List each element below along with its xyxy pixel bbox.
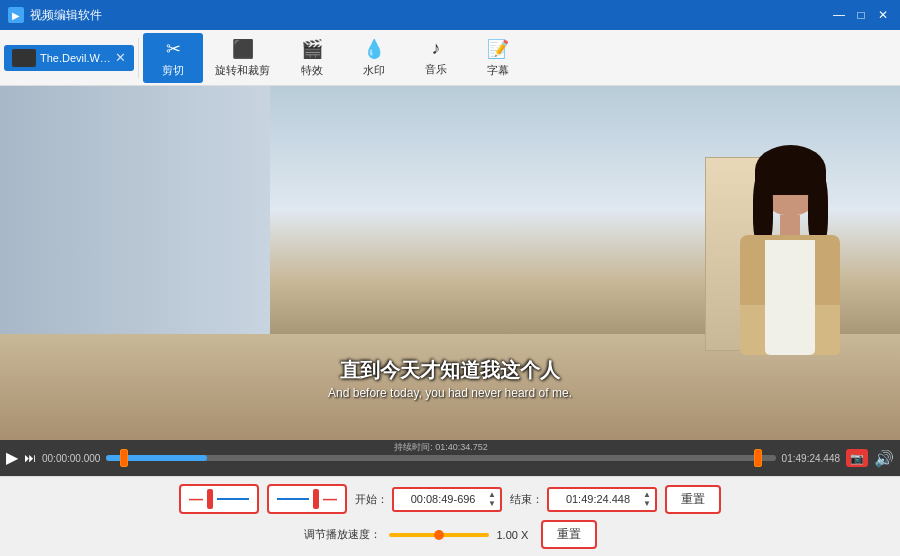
speed-label: 调节播放速度： (304, 527, 381, 542)
start-time-spinners: ▲ ▼ (488, 491, 496, 508)
effects-icon: 🎬 (301, 38, 323, 60)
rotate-icon: ⬛ (232, 38, 254, 60)
trim-end-button[interactable]: — (267, 484, 347, 514)
end-time-label: 结束： (510, 492, 543, 507)
video-player: 直到今天才知道我这个人 And before today, you had ne… (0, 86, 900, 440)
subtitle-icon: 📝 (487, 38, 509, 60)
scissors-icon: ✂ (166, 38, 181, 60)
character-figure (740, 150, 840, 355)
trim-start-handle (207, 489, 213, 509)
trim-end-line (277, 498, 309, 500)
end-time-field: 结束： ▲ ▼ (510, 487, 657, 512)
tab-rotate-label: 旋转和裁剪 (215, 63, 270, 78)
main-area: 直到今天才知道我这个人 And before today, you had ne… (0, 86, 900, 556)
tab-music[interactable]: ♪ 音乐 (406, 33, 466, 83)
trim-start-button[interactable]: — (179, 484, 259, 514)
screenshot-button[interactable]: 📷 (846, 449, 868, 467)
speed-value: 1.00 X (497, 529, 533, 541)
subtitle-overlay: 直到今天才知道我这个人 And before today, you had ne… (0, 357, 900, 400)
subtitle-english: And before today, you had never heard of… (0, 386, 900, 400)
speed-slider-wrap (389, 533, 489, 537)
trim-start-minus: — (189, 491, 203, 507)
speed-slider-track[interactable] (389, 533, 489, 537)
start-time-label: 开始： (355, 492, 388, 507)
controls-row-2: 调节播放速度： 1.00 X 重置 (304, 520, 597, 549)
video-thumbnail (12, 49, 36, 67)
tab-effects[interactable]: 🎬 特效 (282, 33, 342, 83)
start-time-input[interactable] (398, 493, 488, 505)
trim-end-minus: — (323, 491, 337, 507)
character-shirt (765, 240, 815, 355)
maximize-button[interactable]: □ (852, 7, 870, 23)
tab-watermark[interactable]: 💧 水印 (344, 33, 404, 83)
title-bar: ▶ 视频编辑软件 — □ ✕ (0, 0, 900, 30)
close-button[interactable]: ✕ (874, 7, 892, 23)
subtitle-chinese: 直到今天才知道我这个人 (0, 357, 900, 384)
character-head (763, 150, 818, 215)
controls-panel: — — 开始： ▲ ▼ (0, 476, 900, 556)
end-time-down[interactable]: ▼ (643, 500, 651, 508)
start-time-field: 开始： ▲ ▼ (355, 487, 502, 512)
time-end-label: 01:49:24.448 (782, 453, 840, 464)
toolbar: The.Devil.Wears.Prada... ✕ ✂ 剪切 ⬛ 旋转和裁剪 … (0, 30, 900, 86)
tab-music-label: 音乐 (425, 62, 447, 77)
trim-handle-left[interactable] (120, 449, 128, 467)
tab-cut[interactable]: ✂ 剪切 (143, 33, 203, 83)
end-time-up[interactable]: ▲ (643, 491, 651, 499)
title-controls: — □ ✕ (830, 7, 892, 23)
tab-rotate[interactable]: ⬛ 旋转和裁剪 (205, 33, 280, 83)
timeline-bar: ▶ ⏭ 00:00:00.000 持续时间: 01:40:34.752 01:4… (0, 440, 900, 476)
tab-effects-label: 特效 (301, 63, 323, 78)
video-tab-name: The.Devil.Wears.Prada... (40, 52, 111, 64)
scrubber-track[interactable]: 持续时间: 01:40:34.752 (106, 455, 775, 461)
duration-center-label: 持续时间: 01:40:34.752 (394, 441, 488, 454)
speed-slider-thumb[interactable] (434, 530, 444, 540)
trim-start-line (217, 498, 249, 500)
tab-divider-1 (138, 38, 139, 78)
character-hair (755, 145, 826, 195)
volume-button[interactable]: 🔊 (874, 449, 894, 468)
tab-subtitle[interactable]: 📝 字幕 (468, 33, 528, 83)
character-body (740, 235, 840, 355)
trim-handle-right[interactable] (754, 449, 762, 467)
watermark-icon: 💧 (363, 38, 385, 60)
music-icon: ♪ (432, 38, 441, 59)
video-tab-close[interactable]: ✕ (115, 50, 126, 65)
tab-cut-label: 剪切 (162, 63, 184, 78)
trim-end-handle (313, 489, 319, 509)
app-title: 视频编辑软件 (30, 7, 102, 24)
video-tab[interactable]: The.Devil.Wears.Prada... ✕ (4, 45, 134, 71)
end-time-input-wrap: ▲ ▼ (547, 487, 657, 512)
speed-reset-button[interactable]: 重置 (541, 520, 597, 549)
app-icon: ▶ (8, 7, 24, 23)
character-neck (780, 215, 800, 235)
minimize-button[interactable]: — (830, 7, 848, 23)
play-button[interactable]: ▶ (6, 450, 18, 466)
title-bar-left: ▶ 视频编辑软件 (8, 7, 102, 24)
movie-frame: 直到今天才知道我这个人 And before today, you had ne… (0, 86, 900, 440)
end-time-input[interactable] (553, 493, 643, 505)
reset-button[interactable]: 重置 (665, 485, 721, 514)
start-time-down[interactable]: ▼ (488, 500, 496, 508)
tab-subtitle-label: 字幕 (487, 63, 509, 78)
controls-row-1: — — 开始： ▲ ▼ (179, 484, 721, 514)
tab-watermark-label: 水印 (363, 63, 385, 78)
start-time-up[interactable]: ▲ (488, 491, 496, 499)
start-time-input-wrap: ▲ ▼ (392, 487, 502, 512)
end-time-spinners: ▲ ▼ (643, 491, 651, 508)
time-start-label: 00:00:00.000 (42, 453, 100, 464)
play-next-button[interactable]: ⏭ (24, 452, 36, 464)
